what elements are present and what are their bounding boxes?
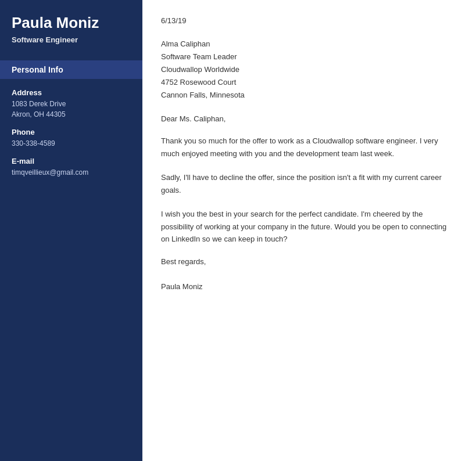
address-block: Address 1083 Derek Drive Akron, OH 44305	[12, 88, 131, 120]
recipient-name: Alma Caliphan	[161, 38, 455, 51]
letter-paragraph-2: Sadly, I'll have to decline the offer, s…	[161, 171, 455, 196]
sidebar-name: Paula Moniz	[12, 14, 131, 32]
email-value: timqveillieux@gmail.com	[12, 167, 131, 178]
salutation: Dear Ms. Caliphan,	[161, 114, 455, 123]
address-line1: 1083 Derek Drive	[12, 99, 131, 109]
sidebar-header: Paula Moniz Software Engineer	[0, 0, 142, 55]
letter-paragraph-1: Thank you so much for the offer to work …	[161, 135, 455, 160]
sidebar-title: Software Engineer	[12, 35, 131, 44]
letter-paragraph-3: I wish you the best in your search for t…	[161, 208, 455, 245]
address-label: Address	[12, 88, 131, 97]
email-block: E-mail timqveillieux@gmail.com	[12, 157, 131, 178]
recipient-address1: 4752 Rosewood Court	[161, 76, 455, 89]
letter-closing: Best regards,	[161, 257, 455, 266]
phone-block: Phone 330-338-4589	[12, 128, 131, 149]
email-label: E-mail	[12, 157, 131, 165]
recipient-title: Software Team Leader	[161, 51, 455, 63]
letter-signature: Paula Moniz	[161, 282, 455, 291]
recipient-block: Alma Caliphan Software Team Leader Cloud…	[161, 38, 455, 102]
phone-label: Phone	[12, 128, 131, 136]
resume-container: Paula Moniz Software Engineer Personal I…	[0, 0, 476, 461]
letter-date: 6/13/19	[161, 16, 455, 25]
personal-info-header: Personal Info	[0, 60, 142, 79]
recipient-company: Cloudwallop Worldwide	[161, 63, 455, 76]
main-content: 6/13/19 Alma Caliphan Software Team Lead…	[142, 0, 476, 461]
recipient-address2: Cannon Falls, Minnesota	[161, 89, 455, 102]
address-line2: Akron, OH 44305	[12, 109, 131, 120]
phone-value: 330-338-4589	[12, 138, 131, 149]
sidebar: Paula Moniz Software Engineer Personal I…	[0, 0, 142, 461]
sidebar-info: Address 1083 Derek Drive Akron, OH 44305…	[0, 79, 142, 195]
